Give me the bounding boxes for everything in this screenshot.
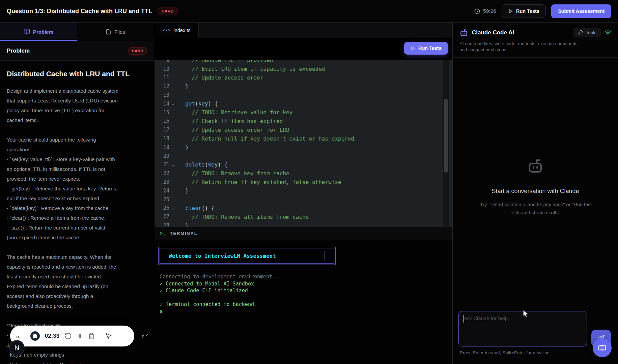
line-number: 13 [154, 92, 169, 98]
editor-scrollbar-track [443, 60, 449, 226]
terminal-line: ✓ Terminal connected to backend [160, 301, 281, 308]
stop-recording-button[interactable] [30, 331, 40, 341]
play-icon [411, 46, 415, 51]
code-text: } [179, 222, 189, 226]
code-line: 11 // Update access order [154, 73, 354, 82]
code-line: 18 // Return null if key doesn't exist o… [154, 134, 354, 143]
clock-icon [474, 8, 480, 14]
line-number: 24 [154, 188, 169, 194]
delete-recording-icon[interactable] [88, 333, 95, 339]
line-number: 20 [154, 153, 169, 159]
chat-input[interactable] [458, 311, 587, 346]
question-title: Question 1/3: Distributed Cache with LRU… [7, 8, 152, 15]
tab-problem[interactable]: Problem [0, 23, 77, 41]
recording-toolbar: « 02:33 [10, 326, 134, 346]
code-line: 26 ⌄ clear() { [154, 204, 354, 213]
code-text: // TODO: Retrieve value for key [179, 109, 292, 116]
tab-files[interactable]: Files [77, 23, 154, 41]
problem-panel: Problem Files Problem HARD Distributed C… [0, 23, 154, 364]
line-number: 27 [154, 214, 169, 220]
code-text: clear() { [179, 205, 215, 211]
terminal-label: TERMINAL [170, 231, 198, 236]
code-line: 27 // TODO: Remove all items from cache [154, 212, 354, 221]
line-number: 18 [154, 135, 169, 142]
code-text: // Update access order [179, 74, 263, 81]
empty-state-title: Start a conversation with Claude [453, 188, 618, 195]
terminal-prompt-icon: >_ [160, 231, 166, 236]
code-text: // Check if item has expired [179, 118, 283, 124]
line-number: 21 [154, 161, 169, 168]
input-hint: Press Enter to send, Shift+Enter for new… [460, 350, 550, 355]
problem-heading: Problem [7, 48, 30, 54]
problem-title: Distributed Cache with LRU and TTL [7, 70, 147, 78]
problem-paragraphs: Design and implement a distributed cache… [7, 86, 147, 311]
terminal-panel[interactable]: >_ TERMINAL Welcome to InterviewLM Asses… [154, 226, 452, 364]
fold-chevron-icon: ⌄ [169, 162, 177, 167]
file-icon [106, 29, 111, 35]
keyboard-button[interactable] [593, 338, 612, 357]
code-icon: </> [163, 28, 170, 33]
text-caret [464, 315, 464, 323]
terminal-line: ✓ Connected to Modal AI Sandbox [160, 281, 281, 288]
specs-values-line: - Values: any valid JavaScript value [7, 360, 147, 364]
fold-chevron-icon: ⌄ [169, 206, 177, 210]
line-number: 16 [154, 118, 169, 124]
pause-recording-icon[interactable] [77, 333, 83, 339]
restart-recording-icon[interactable] [64, 332, 72, 340]
assistant-title: Claude Code AI [472, 29, 514, 36]
collapse-toolbar-button[interactable]: « [16, 333, 20, 340]
pointer-tool-icon[interactable] [105, 333, 112, 340]
editor-tab-index-ts[interactable]: </> index.ts [154, 23, 199, 38]
code-line: 13 [154, 91, 354, 99]
top-header: Question 1/3: Distributed Cache with LRU… [0, 0, 618, 23]
problem-heading-row: Problem HARD [0, 41, 154, 61]
terminal-line [160, 295, 281, 302]
terminal-output: Connecting to development environment...… [160, 274, 281, 315]
code-line: 14 ⌄ get(key) { [154, 99, 354, 108]
code-line: 21 ⌄ delete(key) { [154, 160, 354, 169]
problem-description: Distributed Cache with LRU and TTL Desig… [0, 61, 154, 364]
timer-value: 59:26 [483, 8, 496, 14]
run-tests-button[interactable]: Run Tests [502, 4, 546, 18]
code-line: 15 // TODO: Retrieve value for key [154, 108, 354, 117]
editor-run-tests-button[interactable]: Run Tests [404, 42, 448, 55]
assistant-empty-state: Start a conversation with Claude Try: "R… [453, 157, 618, 217]
line-number: 11 [154, 74, 169, 81]
line-number: 26 [154, 205, 169, 211]
bot-icon-large [526, 157, 544, 175]
divider [100, 331, 100, 341]
code-text: // Return null if key doesn't exist or h… [179, 135, 354, 142]
submit-assessment-button[interactable]: Submit Assessment [551, 4, 611, 18]
line-number: 17 [154, 127, 169, 133]
code-line: 19 } [154, 143, 354, 152]
line-number: 23 [154, 179, 169, 185]
terminal-welcome-bar [325, 251, 325, 261]
code-text: delete(key) { [179, 161, 228, 168]
line-number: 28 [154, 222, 169, 226]
code-text: // Evict LRU item if capacity is exceede… [179, 66, 325, 72]
code-line: 23 // Return true if key existed, false … [154, 178, 354, 186]
keyboard-icon [598, 343, 607, 352]
code-editor[interactable]: 9 // Handle TTL if provided 10 // Evict … [154, 38, 452, 226]
tools-button[interactable]: Tools [573, 28, 601, 37]
code-text: } [179, 187, 189, 194]
code-text: // TODO: Remove all items from cache [179, 214, 309, 220]
assistant-subtitle: AI can read files, write code, run tests… [459, 41, 611, 53]
code-lines: 9 // Handle TTL if provided 10 // Evict … [154, 56, 354, 226]
code-line: 28 } [154, 221, 354, 226]
code-line: 10 // Evict LRU item if capacity is exce… [154, 65, 354, 73]
code-line: 22 // TODO: Remove key from cache [154, 169, 354, 178]
timer: 59:26 [474, 8, 496, 14]
line-number: 10 [154, 66, 169, 72]
avatar[interactable]: N [9, 340, 25, 356]
line-number: 15 [154, 110, 169, 116]
code-text: } [179, 83, 189, 90]
editor-scrollbar-thumb[interactable] [444, 99, 448, 173]
problem-paragraph: Your cache should support the following … [7, 135, 147, 242]
recording-time: 02:33 [45, 333, 59, 339]
code-line: 25 [154, 195, 354, 204]
code-line: 20 [154, 152, 354, 160]
code-line: 16 // Check if item has expired [154, 117, 354, 126]
wrench-icon [578, 30, 583, 35]
book-open-icon [24, 29, 30, 35]
